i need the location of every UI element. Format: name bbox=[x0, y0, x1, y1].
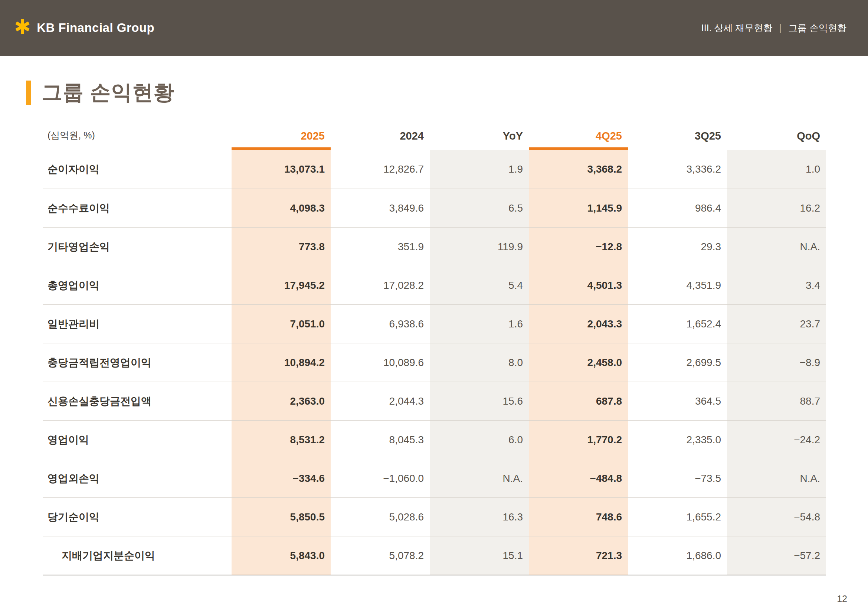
cell-2025: 10,894.2 bbox=[232, 343, 331, 381]
cell-4Q25: 2,458.0 bbox=[529, 343, 628, 381]
cell-QoQ: 16.2 bbox=[727, 189, 826, 227]
cell-2024: 6,938.6 bbox=[331, 305, 430, 343]
column-header-2024: 2024 bbox=[331, 127, 430, 150]
unit-label: (십억원, %) bbox=[43, 127, 232, 150]
cell-YoY: 119.9 bbox=[430, 228, 529, 266]
cell-4Q25: 721.3 bbox=[529, 536, 628, 575]
cell-QoQ: N.A. bbox=[727, 459, 826, 498]
cell-3Q25: 986.4 bbox=[628, 189, 727, 227]
cell-YoY: 5.4 bbox=[430, 266, 529, 304]
income-statement-table: (십억원, %) 20252024YoY4Q253Q25QoQ 순이자이익13,… bbox=[43, 127, 826, 575]
cell-QoQ: 3.4 bbox=[727, 266, 826, 304]
column-header-3Q25: 3Q25 bbox=[628, 127, 727, 150]
cell-2025: 4,098.3 bbox=[232, 189, 331, 227]
cell-QoQ: −24.2 bbox=[727, 420, 826, 459]
top-header-bar: ✱ KB Financial Group III. 상세 재무현황 | 그룹 손… bbox=[0, 0, 868, 56]
cell-YoY: 1.6 bbox=[430, 305, 529, 343]
breadcrumb-current: 그룹 손익현황 bbox=[788, 22, 846, 34]
cell-4Q25: 1,145.9 bbox=[529, 189, 628, 227]
column-header-YoY: YoY bbox=[430, 127, 529, 150]
cell-YoY: 8.0 bbox=[430, 343, 529, 381]
cell-2024: 5,028.6 bbox=[331, 498, 430, 536]
page-title: 그룹 손익현황 bbox=[42, 79, 175, 107]
row-label: 총영업이익 bbox=[43, 266, 232, 304]
cell-3Q25: 1,652.4 bbox=[628, 305, 727, 343]
cell-3Q25: 364.5 bbox=[628, 382, 727, 420]
cell-3Q25: 2,335.0 bbox=[628, 420, 727, 459]
cell-4Q25: 3,368.2 bbox=[529, 150, 628, 189]
cell-4Q25: 1,770.2 bbox=[529, 420, 628, 459]
cell-QoQ: 23.7 bbox=[727, 305, 826, 343]
cell-YoY: 6.5 bbox=[430, 189, 529, 227]
column-header-2025: 2025 bbox=[232, 127, 331, 150]
table-row: 총영업이익17,945.217,028.25.44,501.34,351.93.… bbox=[43, 266, 826, 304]
cell-2024: 12,826.7 bbox=[331, 150, 430, 189]
breadcrumb-divider: | bbox=[779, 23, 782, 33]
cell-2025: 2,363.0 bbox=[232, 382, 331, 420]
cell-2025: 8,531.2 bbox=[232, 420, 331, 459]
cell-2024: 2,044.3 bbox=[331, 382, 430, 420]
table-row: 충당금적립전영업이익10,894.210,089.68.02,458.02,69… bbox=[43, 343, 826, 381]
table-row: 순이자이익13,073.112,826.71.93,368.23,336.21.… bbox=[43, 150, 826, 189]
cell-2024: 17,028.2 bbox=[331, 266, 430, 304]
title-row: 그룹 손익현황 bbox=[26, 79, 868, 107]
table-row: 순수수료이익4,098.33,849.66.51,145.9986.416.2 bbox=[43, 189, 826, 227]
cell-4Q25: 4,501.3 bbox=[529, 266, 628, 304]
cell-YoY: 6.0 bbox=[430, 420, 529, 459]
cell-2025: −334.6 bbox=[232, 459, 331, 498]
cell-YoY: 15.6 bbox=[430, 382, 529, 420]
table-row: 지배기업지분순이익5,843.05,078.215.1721.31,686.0−… bbox=[43, 536, 826, 575]
brand-text: KB Financial Group bbox=[37, 21, 154, 35]
cell-2025: 5,843.0 bbox=[232, 536, 331, 575]
cell-3Q25: 1,655.2 bbox=[628, 498, 727, 536]
cell-2024: 3,849.6 bbox=[331, 189, 430, 227]
breadcrumb-section: III. 상세 재무현황 bbox=[701, 22, 773, 34]
table-body: 순이자이익13,073.112,826.71.93,368.23,336.21.… bbox=[43, 150, 826, 575]
cell-2024: 8,045.3 bbox=[331, 420, 430, 459]
cell-3Q25: 4,351.9 bbox=[628, 266, 727, 304]
cell-QoQ: N.A. bbox=[727, 228, 826, 266]
cell-4Q25: 687.8 bbox=[529, 382, 628, 420]
table-row: 당기순이익5,850.55,028.616.3748.61,655.2−54.8 bbox=[43, 498, 826, 536]
cell-QoQ: −57.2 bbox=[727, 536, 826, 575]
cell-2025: 773.8 bbox=[232, 228, 331, 266]
table-row: 영업외손익−334.6−1,060.0N.A.−484.8−73.5N.A. bbox=[43, 459, 826, 498]
cell-3Q25: 29.3 bbox=[628, 228, 727, 266]
cell-3Q25: 2,699.5 bbox=[628, 343, 727, 381]
table-row: 영업이익8,531.28,045.36.01,770.22,335.0−24.2 bbox=[43, 420, 826, 459]
row-label: 순수수료이익 bbox=[43, 189, 232, 227]
cell-2024: −1,060.0 bbox=[331, 459, 430, 498]
cell-2024: 5,078.2 bbox=[331, 536, 430, 575]
row-label: 순이자이익 bbox=[43, 150, 232, 189]
breadcrumb: III. 상세 재무현황 | 그룹 손익현황 bbox=[701, 22, 846, 34]
table-row: 기타영업손익773.8351.9119.9−12.829.3N.A. bbox=[43, 227, 826, 266]
slide: ✱ KB Financial Group III. 상세 재무현황 | 그룹 손… bbox=[0, 0, 868, 614]
row-label: 신용손실충당금전입액 bbox=[43, 382, 232, 420]
cell-3Q25: 3,336.2 bbox=[628, 150, 727, 189]
cell-2025: 13,073.1 bbox=[232, 150, 331, 189]
row-label: 일반관리비 bbox=[43, 305, 232, 343]
cell-4Q25: −484.8 bbox=[529, 459, 628, 498]
cell-QoQ: −54.8 bbox=[727, 498, 826, 536]
cell-3Q25: −73.5 bbox=[628, 459, 727, 498]
column-header-4Q25: 4Q25 bbox=[529, 127, 628, 150]
row-label: 영업외손익 bbox=[43, 459, 232, 498]
cell-QoQ: 1.0 bbox=[727, 150, 826, 189]
cell-2025: 17,945.2 bbox=[232, 266, 331, 304]
cell-4Q25: 2,043.3 bbox=[529, 305, 628, 343]
cell-2025: 7,051.0 bbox=[232, 305, 331, 343]
cell-4Q25: −12.8 bbox=[529, 228, 628, 266]
cell-YoY: 1.9 bbox=[430, 150, 529, 189]
row-label: 당기순이익 bbox=[43, 498, 232, 536]
cell-YoY: 16.3 bbox=[430, 498, 529, 536]
kb-logo-icon: ✱ bbox=[14, 17, 31, 37]
cell-QoQ: −8.9 bbox=[727, 343, 826, 381]
row-label: 지배기업지분순이익 bbox=[43, 536, 232, 575]
cell-QoQ: 88.7 bbox=[727, 382, 826, 420]
table-header-row: (십억원, %) 20252024YoY4Q253Q25QoQ bbox=[43, 127, 826, 150]
cell-2025: 5,850.5 bbox=[232, 498, 331, 536]
page-number: 12 bbox=[837, 594, 847, 604]
cell-2024: 351.9 bbox=[331, 228, 430, 266]
table-row: 신용손실충당금전입액2,363.02,044.315.6687.8364.588… bbox=[43, 381, 826, 420]
title-accent-bar bbox=[26, 81, 31, 105]
